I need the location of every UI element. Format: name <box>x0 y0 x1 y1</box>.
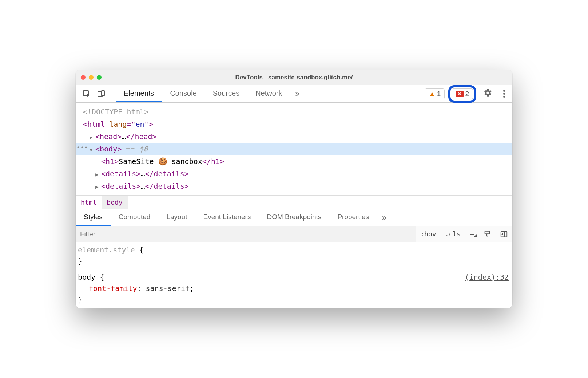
breadcrumb: html body <box>76 195 512 209</box>
expand-arrow-icon[interactable]: ▶ <box>95 183 100 192</box>
svg-rect-2 <box>102 91 104 96</box>
styles-content: element.style { } (index):32 body { font… <box>76 242 512 308</box>
error-icon: ✕ <box>456 91 464 97</box>
main-tabs: Elements Console Sources Network » <box>116 85 305 102</box>
settings-icon[interactable] <box>480 88 496 99</box>
style-rule-element[interactable]: element.style { } <box>76 242 512 269</box>
tab-sources[interactable]: Sources <box>205 85 247 102</box>
styles-filter-input[interactable] <box>76 226 416 242</box>
more-subtabs-button[interactable]: » <box>377 209 392 226</box>
subtab-styles[interactable]: Styles <box>76 209 111 226</box>
more-tabs-button[interactable]: » <box>290 85 305 102</box>
subtab-computed[interactable]: Computed <box>111 209 159 226</box>
tab-elements[interactable]: Elements <box>116 85 162 102</box>
dom-details-tag-1[interactable]: ▶<details>…</details> <box>92 168 512 180</box>
close-window-button[interactable] <box>81 75 86 80</box>
toggle-panel-icon[interactable] <box>496 230 512 238</box>
devtools-window: DevTools - samesite-sandbox.glitch.me/ E… <box>76 70 512 308</box>
window-controls <box>81 75 102 80</box>
minimize-window-button[interactable] <box>89 75 94 80</box>
inspect-element-icon[interactable] <box>80 88 93 100</box>
window-title: DevTools - samesite-sandbox.glitch.me/ <box>76 74 512 81</box>
device-toggle-icon[interactable] <box>95 88 107 100</box>
kebab-menu[interactable] <box>500 89 509 99</box>
source-link[interactable]: (index):32 <box>465 272 509 283</box>
warning-icon: ▲ <box>429 90 436 98</box>
tab-network[interactable]: Network <box>247 85 290 102</box>
crumb-body[interactable]: body <box>102 196 127 209</box>
elements-tree[interactable]: <!DOCTYPE html> <html lang="en"> ▶<head>… <box>76 103 512 195</box>
maximize-window-button[interactable] <box>97 75 102 80</box>
styles-toolbar: :hov .cls + <box>76 226 512 242</box>
cls-button[interactable]: .cls <box>441 226 465 242</box>
warnings-count: 1 <box>437 90 441 98</box>
warnings-counter[interactable]: ▲ 1 <box>425 88 445 99</box>
crumb-html[interactable]: html <box>76 196 102 209</box>
issues-highlight: ✕ 2 <box>448 85 476 103</box>
issues-counter[interactable]: ✕ 2 <box>452 88 473 99</box>
style-rule-body[interactable]: (index):32 body { font-family: sans-seri… <box>76 269 512 308</box>
dom-h1-tag[interactable]: <h1>SameSite 🍪 sandbox</h1> <box>92 155 512 168</box>
dom-head-tag[interactable]: ▶<head>…</head> <box>76 130 512 143</box>
svg-rect-3 <box>485 231 490 233</box>
hov-button[interactable]: :hov <box>416 226 440 242</box>
main-toolbar: Elements Console Sources Network » ▲ 1 ✕… <box>76 85 512 103</box>
expand-arrow-icon[interactable]: ▶ <box>90 133 95 142</box>
subtab-properties[interactable]: Properties <box>329 209 377 226</box>
collapse-arrow-icon[interactable]: ▼ <box>90 146 95 154</box>
paint-brush-icon[interactable] <box>479 230 496 238</box>
styles-tabs: Styles Computed Layout Event Listeners D… <box>76 209 512 226</box>
toolbar-right: ▲ 1 ✕ 2 <box>425 85 509 103</box>
subtab-layout[interactable]: Layout <box>158 209 195 226</box>
subtab-event-listeners[interactable]: Event Listeners <box>195 209 259 226</box>
issues-count: 2 <box>465 90 469 98</box>
new-style-rule-button[interactable]: + <box>465 229 479 239</box>
titlebar: DevTools - samesite-sandbox.glitch.me/ <box>76 70 512 85</box>
dom-html-tag[interactable]: <html lang="en"> <box>76 118 512 130</box>
expand-arrow-icon[interactable]: ▶ <box>95 170 100 179</box>
dom-doctype[interactable]: <!DOCTYPE html> <box>76 106 512 118</box>
dom-body-tag-selected[interactable]: ••• ▼<body> == $0 <box>76 143 512 155</box>
dom-details-tag-2[interactable]: ▶<details>…</details> <box>92 180 512 192</box>
subtab-dom-breakpoints[interactable]: DOM Breakpoints <box>259 209 329 226</box>
expander-dots[interactable]: ••• <box>76 143 88 153</box>
tab-console[interactable]: Console <box>162 85 204 102</box>
